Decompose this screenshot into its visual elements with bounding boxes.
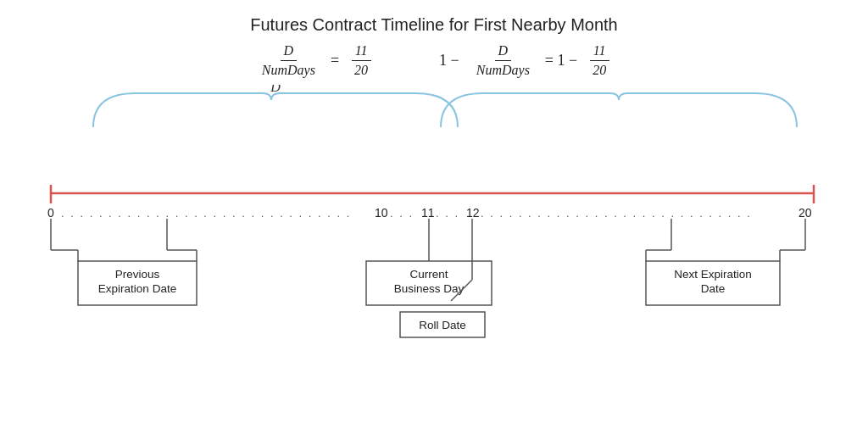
svg-text:Current: Current [409,268,448,281]
braces-svg: D [25,85,843,131]
timeline-svg: 0 . . . . . . . . . . . . . . . . . . . … [36,170,832,348]
svg-text:D: D [270,85,281,94]
page-title: Futures Contract Timeline for First Near… [25,15,843,35]
svg-text:10: 10 [375,206,388,220]
svg-text:. . . . . . . . . . . . . . . : . . . . . . . . . . . . . . . . . . . . … [61,207,351,220]
right-prefix: 1 − [439,52,459,70]
left-value-fraction: 11 20 [351,43,371,78]
svg-text:Previous: Previous [115,268,160,281]
formula-row: D NumDays = 11 20 1 − D NumDays = 1 − 11… [25,43,843,78]
right-value-fraction: 11 20 [589,43,609,78]
main-container: Futures Contract Timeline for First Near… [0,0,868,434]
right-equals: = 1 − [545,52,577,70]
right-fraction-numerator: D [495,43,512,61]
svg-text:Business Day: Business Day [394,282,465,295]
formula-right: 1 − D NumDays = 1 − 11 20 [439,43,609,78]
right-fraction: D NumDays [473,43,533,78]
svg-text:11: 11 [421,206,435,220]
right-value-num: 11 [590,43,609,61]
left-fraction-numerator: D [281,43,298,61]
svg-text:12: 12 [466,206,480,220]
left-equals: = [331,52,339,70]
svg-text:Expiration Date: Expiration Date [98,282,176,295]
left-value-num: 11 [352,43,371,61]
left-fraction: D NumDays [259,43,319,78]
svg-text:0: 0 [47,206,54,220]
svg-text:Next Expiration: Next Expiration [674,268,752,281]
svg-text:20: 20 [798,206,812,220]
right-value-den: 20 [589,61,609,78]
svg-text:. . .: . . . [436,207,459,220]
left-value-den: 20 [351,61,371,78]
svg-text:Date: Date [701,282,726,295]
svg-text:. . . . . . . . . . . . . . . : . . . . . . . . . . . . . . . . . . . . … [481,207,752,220]
svg-text:Roll Date: Roll Date [419,319,466,331]
formula-left: D NumDays = 11 20 [259,43,371,78]
right-fraction-denominator: NumDays [473,61,533,78]
left-fraction-denominator: NumDays [259,61,319,78]
svg-text:. . .: . . . [390,207,414,220]
braces-area: D [25,85,843,131]
